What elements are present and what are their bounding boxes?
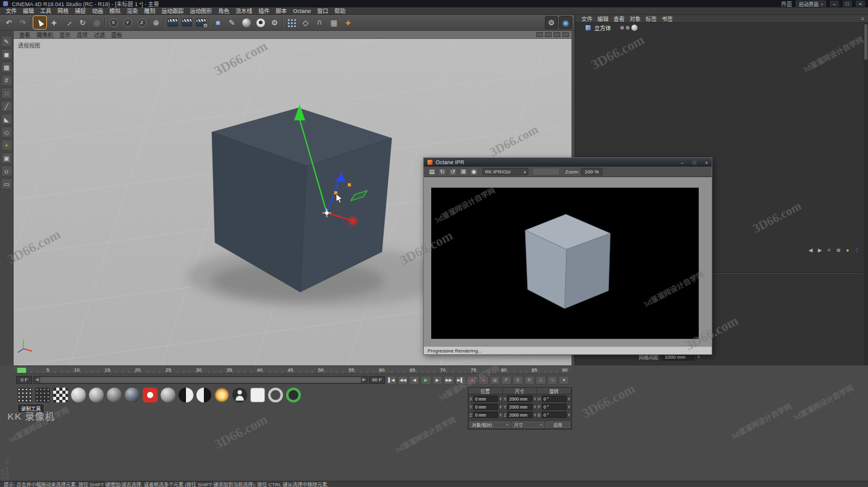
menu-item[interactable]: 插件 — [255, 7, 272, 15]
workplane-mode-icon[interactable]: # — [1, 75, 12, 86]
object-manager-menu-item[interactable]: 文件 — [579, 15, 595, 23]
stepper[interactable] — [499, 405, 502, 409]
generators-icon[interactable] — [240, 16, 253, 29]
menu-item[interactable]: 网格 — [54, 7, 72, 15]
coord-value-field[interactable]: 0 ° — [542, 404, 567, 410]
render-window-titlebar[interactable]: Octane IPR – □ × — [424, 158, 712, 167]
menu-item[interactable]: 文件 — [2, 7, 20, 15]
play-button[interactable]: ▶ — [421, 376, 431, 385]
menu-item[interactable]: 动画 — [89, 7, 106, 15]
menu-item[interactable]: 帮助 — [331, 7, 348, 15]
coords-mode-select[interactable]: 对象(相对)▾ — [470, 422, 510, 428]
polygons-mode-icon[interactable]: ◣ — [1, 114, 12, 125]
scale-tool-icon[interactable]: ↔ — [62, 16, 75, 29]
coords-size-select[interactable]: 尺寸▾ — [512, 422, 544, 428]
coord-value-field[interactable]: 0 mm — [473, 396, 498, 402]
menu-item[interactable]: 捕捉 — [72, 7, 89, 15]
object-manager-menu-item[interactable]: 对象 — [627, 15, 643, 23]
axis-tool-icon[interactable]: + — [342, 16, 355, 29]
go-to-start-button[interactable]: ▌◀ — [386, 376, 397, 385]
live-selection-icon[interactable] — [33, 16, 46, 29]
stepper[interactable] — [499, 413, 502, 417]
rotate-tool-icon[interactable]: ↻ — [76, 16, 89, 29]
material-swatch-sphere[interactable] — [71, 388, 86, 402]
octane-settings-icon[interactable]: ⚙ — [268, 16, 281, 29]
object-manager-menu-item[interactable]: 书签 — [659, 15, 675, 23]
object-manager-menu-item[interactable]: 查看 — [611, 15, 627, 23]
material-library-icon[interactable] — [35, 388, 50, 402]
viewport-menu-item[interactable]: 查看 — [16, 31, 33, 39]
menu-item[interactable]: 流水线 — [232, 7, 255, 15]
record-pla-button[interactable]: ∿ — [547, 376, 558, 385]
menu-item[interactable]: 运动跟踪 — [158, 7, 187, 15]
coord-value-field[interactable]: 2000 mm — [507, 412, 532, 418]
object-manager-menu-item[interactable]: 标签 — [643, 15, 659, 23]
zoom-value-field[interactable]: 100 % — [581, 168, 602, 175]
record-rotation-button[interactable]: R — [525, 376, 535, 385]
end-frame-field[interactable]: 90 F — [369, 376, 385, 384]
viewport-menu-item[interactable]: 过滤 — [91, 31, 108, 39]
previous-key-button[interactable]: ◀◀ — [398, 376, 408, 385]
render-view-icon[interactable] — [166, 16, 179, 29]
scrollbar-thumb[interactable] — [864, 24, 867, 60]
coord-value-field[interactable]: 2000 mm — [507, 396, 532, 402]
x-axis-lock-icon[interactable]: X — [107, 16, 120, 29]
viewport-capture-icon[interactable]: ◉ — [559, 16, 572, 29]
stepper[interactable] — [697, 355, 701, 359]
restart-render-icon[interactable]: ↺ — [449, 168, 457, 176]
create-material-icon[interactable] — [17, 388, 32, 402]
snap-settings-icon[interactable]: ∪ — [1, 165, 12, 177]
playback-menu-button[interactable]: ▾ — [558, 376, 569, 385]
display-panel-icon[interactable] — [250, 388, 265, 402]
panel-scrollbar[interactable] — [864, 23, 868, 365]
record-position-button[interactable]: P — [501, 376, 512, 385]
enable-axis-icon[interactable]: + — [1, 139, 12, 151]
apply-button[interactable]: 应用 — [546, 422, 570, 428]
stepper[interactable] — [567, 397, 571, 401]
record-parameter-button[interactable]: ◇ — [536, 376, 546, 385]
stepper[interactable] — [499, 397, 502, 401]
viewport-menu-item[interactable]: 面板 — [108, 31, 125, 39]
lock-icon[interactable]: ⊠ — [835, 248, 841, 254]
go-to-end-button[interactable]: ▶▌ — [455, 376, 466, 385]
coord-value-field[interactable]: 0 ° — [542, 396, 567, 402]
stepper[interactable] — [567, 405, 571, 409]
material-swatch-sphere[interactable] — [125, 388, 140, 402]
octane-ball-icon[interactable] — [254, 16, 267, 29]
viewport-filter-icon[interactable]: ▭ — [1, 178, 12, 189]
add-cube-icon[interactable]: ■ — [211, 16, 224, 29]
material-swatch-sphere[interactable] — [89, 388, 104, 402]
material-swatch-sphere[interactable] — [107, 388, 122, 402]
render-close-button[interactable]: × — [705, 160, 708, 165]
material-swatch-bw[interactable] — [196, 388, 211, 402]
material-swatch-sphere[interactable] — [161, 388, 175, 402]
coord-value-field[interactable]: 0 ° — [542, 412, 567, 418]
render-minimize-button[interactable]: – — [681, 160, 683, 165]
viewport-menu-item[interactable]: 选项 — [74, 31, 91, 39]
undo-icon[interactable]: ↶ — [2, 16, 15, 29]
forward-arrow-icon[interactable]: ▶ — [817, 248, 823, 254]
y-axis-lock-icon[interactable]: Y — [121, 16, 134, 29]
coord-value-field[interactable]: 2000 mm — [507, 404, 532, 410]
history-icon[interactable]: ≡ — [826, 248, 832, 254]
previous-frame-button[interactable]: ◀ — [409, 376, 419, 385]
instance-icon[interactable]: ◇ — [299, 16, 312, 29]
refresh-render-icon[interactable]: ↻ — [438, 168, 447, 176]
preferences-gear-icon[interactable]: ⚙ — [545, 16, 558, 29]
next-key-button[interactable]: ▶▶ — [444, 376, 454, 385]
render-maximize-button[interactable]: □ — [693, 160, 696, 165]
stepper[interactable] — [533, 413, 537, 417]
menu-item[interactable]: 脚本 — [272, 7, 290, 15]
snap-magnet-icon[interactable]: ∪ — [313, 16, 326, 29]
keyframe-selection-button[interactable]: ◎ — [490, 376, 500, 385]
back-arrow-icon[interactable]: ◀ — [807, 248, 814, 254]
render-pass-dropdown[interactable]: RK IPR/Oct▾ — [482, 168, 528, 175]
object-name[interactable]: 立方体 — [594, 24, 611, 32]
stepper[interactable] — [533, 397, 537, 401]
move-tool-icon[interactable]: + — [48, 16, 61, 29]
make-editable-icon[interactable]: ✎ — [1, 36, 12, 47]
save-image-icon[interactable]: ▤ — [428, 168, 436, 176]
last-used-tool-icon[interactable]: ◎ — [90, 16, 103, 29]
stepper[interactable] — [567, 413, 571, 417]
menu-item[interactable]: 运动图形 — [187, 7, 215, 15]
